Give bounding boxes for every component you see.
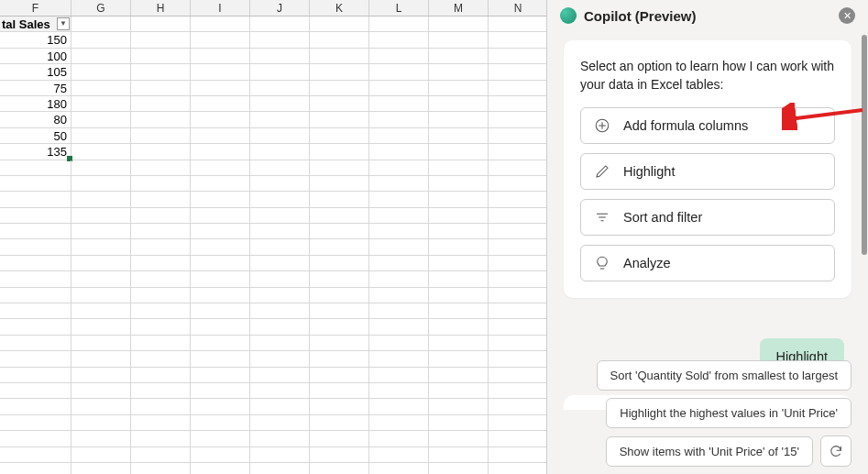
cell[interactable] [489, 383, 547, 398]
cell[interactable] [369, 49, 429, 63]
cell[interactable] [310, 431, 369, 446]
cell[interactable] [369, 463, 429, 474]
suggestion-highlight-unit-price[interactable]: Highlight the highest values in 'Unit Pr… [606, 398, 852, 428]
cell[interactable] [489, 271, 547, 286]
cell[interactable] [131, 239, 191, 254]
cell[interactable] [250, 271, 310, 286]
cell[interactable] [131, 288, 191, 303]
spreadsheet-grid[interactable]: FGHIJKLMN tal Sales▼15010010575180805013… [0, 0, 547, 474]
suggestion-show-unit-price-15[interactable]: Show items with 'Unit Price' of '15' [606, 436, 813, 467]
cell[interactable] [369, 224, 429, 238]
cell[interactable] [250, 239, 310, 254]
cell[interactable]: 100 [0, 49, 71, 63]
cell[interactable] [489, 447, 547, 462]
cell[interactable] [191, 81, 250, 95]
cell[interactable] [369, 431, 429, 446]
cell[interactable] [310, 32, 369, 47]
cell[interactable] [310, 271, 369, 286]
cell[interactable] [369, 383, 429, 398]
cell[interactable] [489, 288, 547, 303]
cell[interactable] [250, 64, 310, 79]
filter-dropdown-button[interactable]: ▼ [57, 17, 70, 30]
cell[interactable] [191, 319, 250, 334]
cell[interactable] [429, 319, 489, 334]
cell[interactable] [369, 415, 429, 430]
column-header[interactable]: M [429, 0, 489, 16]
cell[interactable] [0, 208, 71, 223]
cell[interactable] [131, 415, 191, 430]
cell[interactable] [0, 224, 71, 238]
column-header[interactable]: N [489, 0, 547, 16]
cell[interactable] [489, 256, 547, 270]
cell[interactable] [250, 96, 310, 111]
cell[interactable] [310, 288, 369, 303]
cell[interactable] [429, 176, 489, 191]
cell[interactable]: 75 [0, 81, 71, 95]
cell[interactable] [250, 17, 310, 31]
cell[interactable] [369, 256, 429, 270]
cell[interactable] [250, 128, 310, 143]
cell[interactable] [131, 447, 191, 462]
cell[interactable] [310, 399, 369, 413]
cell[interactable]: 80 [0, 112, 71, 127]
cell[interactable] [71, 447, 131, 462]
cell[interactable] [429, 351, 489, 366]
cell[interactable] [310, 112, 369, 127]
cell[interactable] [369, 288, 429, 303]
cell[interactable] [71, 144, 131, 159]
cell[interactable] [489, 431, 547, 446]
cell[interactable] [310, 319, 369, 334]
cell[interactable] [489, 336, 547, 350]
cell[interactable] [310, 192, 369, 206]
cell[interactable] [71, 288, 131, 303]
cell[interactable] [191, 192, 250, 206]
cell[interactable] [71, 415, 131, 430]
column-header[interactable]: K [310, 0, 369, 16]
cell[interactable] [131, 383, 191, 398]
cell[interactable] [250, 383, 310, 398]
cell[interactable] [131, 319, 191, 334]
cell[interactable] [131, 351, 191, 366]
cell[interactable] [191, 64, 250, 79]
cell[interactable]: 105 [0, 64, 71, 79]
cell[interactable] [71, 399, 131, 413]
cell[interactable] [369, 17, 429, 31]
cell[interactable] [191, 256, 250, 270]
cell[interactable] [191, 96, 250, 111]
cell[interactable] [191, 239, 250, 254]
cell[interactable] [71, 192, 131, 206]
cell[interactable] [429, 368, 489, 382]
cell[interactable] [429, 399, 489, 413]
cell[interactable] [489, 32, 547, 47]
cell[interactable] [71, 208, 131, 223]
cell[interactable] [489, 49, 547, 63]
cell[interactable] [250, 192, 310, 206]
cell[interactable] [131, 49, 191, 63]
cell[interactable] [250, 463, 310, 474]
cell[interactable] [0, 319, 71, 334]
cell[interactable] [191, 128, 250, 143]
cell[interactable] [131, 144, 191, 159]
cell[interactable] [191, 271, 250, 286]
cell[interactable] [0, 256, 71, 270]
cell[interactable] [310, 96, 369, 111]
cell[interactable] [310, 303, 369, 318]
cell[interactable] [489, 303, 547, 318]
cell[interactable] [310, 128, 369, 143]
cell[interactable] [191, 368, 250, 382]
cell[interactable] [0, 192, 71, 206]
cell[interactable] [191, 415, 250, 430]
cell[interactable] [191, 208, 250, 223]
cell[interactable] [429, 17, 489, 31]
cell[interactable] [489, 319, 547, 334]
cell[interactable] [250, 49, 310, 63]
cell[interactable] [489, 351, 547, 366]
cell[interactable] [0, 383, 71, 398]
cell[interactable] [250, 415, 310, 430]
cell[interactable] [429, 208, 489, 223]
cell[interactable] [489, 81, 547, 95]
cell[interactable] [131, 431, 191, 446]
cell[interactable] [191, 336, 250, 350]
cell[interactable] [429, 224, 489, 238]
column-header[interactable]: G [71, 0, 131, 16]
